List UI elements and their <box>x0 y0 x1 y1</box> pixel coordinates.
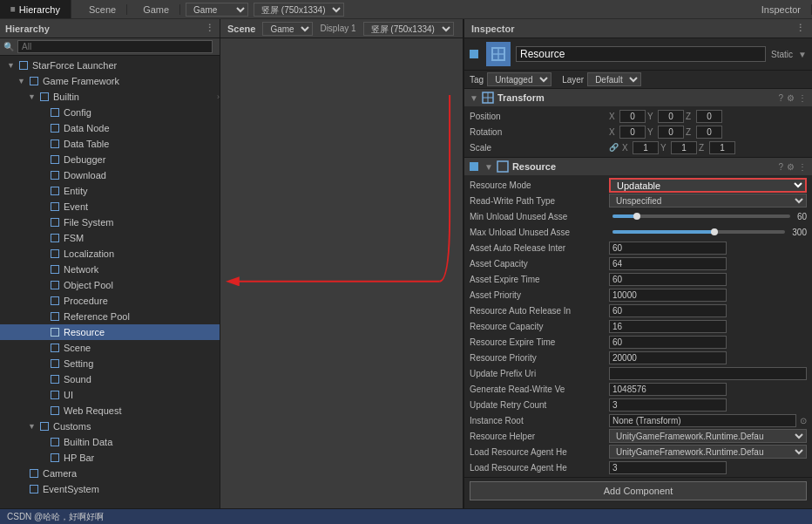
help-icon[interactable]: ? <box>778 93 783 103</box>
generate-readwrite-field[interactable] <box>609 383 727 396</box>
tab-scene[interactable]: Scene <box>78 4 127 15</box>
resource-helper-dropdown[interactable]: UnityGameFramework.Runtime.Defau <box>609 429 807 443</box>
min-unload-label: Min Unload Unused Asse <box>470 212 609 221</box>
tree-item-config[interactable]: Config <box>0 105 220 120</box>
asset-capacity-field[interactable] <box>609 257 727 270</box>
cube-icon <box>28 483 40 495</box>
position-x[interactable] <box>619 110 646 123</box>
resource-capacity-field[interactable] <box>609 320 727 333</box>
resource-mode-dropdown[interactable]: Updatable EditorSimulateMode <box>609 178 807 193</box>
tree-item-builtindata[interactable]: Builtin Data <box>0 434 220 450</box>
tree-item-setting[interactable]: Setting <box>0 356 220 371</box>
scale-z[interactable] <box>709 141 735 154</box>
tree-item-builtin[interactable]: ▼ Builtin › <box>0 89 220 105</box>
tree-item-refpool[interactable]: Reference Pool <box>0 309 220 324</box>
readwrite-pathtype-value: Unspecified <box>609 194 807 208</box>
position-y[interactable] <box>658 110 684 123</box>
tree-item-starforce[interactable]: ▼ StarForce Launcher <box>0 58 220 73</box>
display-label: Display 1 <box>320 24 355 33</box>
tree-item-eventsystem[interactable]: EventSystem <box>0 481 220 497</box>
resource-menu-icon[interactable]: ⋮ <box>798 162 807 172</box>
resource-expire-field[interactable] <box>609 336 727 349</box>
tree-item-datanode[interactable]: Data Node <box>0 120 220 136</box>
position-label: Position <box>470 112 609 121</box>
tree-item-ui[interactable]: UI <box>0 387 220 403</box>
scene-view-dropdown[interactable]: Game <box>262 22 313 36</box>
tab-inspector[interactable]: Inspector <box>751 4 812 15</box>
game-display-dropdown[interactable]: Game Display 1 <box>186 3 248 17</box>
inspector-menu-icon[interactable]: ⋮ <box>795 23 805 34</box>
tree-item-filesystem[interactable]: File System <box>0 214 220 230</box>
transform-header[interactable]: ▼ Transform ? ⚙ ⋮ <box>464 89 812 106</box>
transform-title: Transform <box>497 92 775 103</box>
tree-item-camera[interactable]: Camera <box>0 466 220 481</box>
instance-root-pick-icon[interactable]: ⊙ <box>800 416 807 425</box>
tree-item-datatable[interactable]: Data Table <box>0 136 220 152</box>
tree-item-objectpool[interactable]: Object Pool <box>0 277 220 293</box>
resource-settings-icon[interactable]: ⚙ <box>787 162 795 172</box>
tree-item-sound[interactable]: Sound <box>0 371 220 387</box>
prop-resource-auto-release: Resource Auto Release In <box>464 303 812 318</box>
menu-icon[interactable]: ⋮ <box>798 93 807 103</box>
tree-item-debugger[interactable]: Debugger <box>0 152 220 167</box>
max-unload-slider[interactable] <box>612 230 785 234</box>
cube-icon <box>49 248 61 260</box>
resource-comp-header[interactable]: ▼ Resource ? ⚙ ⋮ <box>464 158 812 175</box>
asset-expire-field[interactable] <box>609 273 727 286</box>
asset-priority-field[interactable] <box>609 289 727 302</box>
tab-game[interactable]: Game <box>132 4 180 15</box>
rotation-x[interactable] <box>619 126 646 139</box>
update-retry-field[interactable] <box>609 398 727 412</box>
cube-icon <box>49 106 61 119</box>
scale-x[interactable] <box>633 141 659 154</box>
obj-name-field[interactable] <box>516 46 766 62</box>
tree-item-localization[interactable]: Localization <box>0 246 220 262</box>
settings-icon[interactable]: ⚙ <box>787 93 795 103</box>
scene-orientation-dropdown[interactable]: 竖屏 (750x1334) <box>363 22 454 36</box>
rotation-z[interactable] <box>696 126 722 139</box>
readwrite-pathtype-dropdown[interactable]: Unspecified <box>609 194 807 208</box>
asset-priority-value <box>609 289 807 302</box>
watermark-text: CSDN @哈哈，好啊好啊 <box>7 511 104 523</box>
tree-item-network[interactable]: Network <box>0 262 220 277</box>
tab-hierarchy[interactable]: ≡ Hierarchy <box>0 0 71 18</box>
asset-auto-release-field[interactable] <box>609 242 727 255</box>
tree-item-entity[interactable]: Entity <box>0 183 220 199</box>
tree-item-customs[interactable]: ▼ Customs <box>0 419 220 434</box>
cube-icon <box>28 467 40 480</box>
orientation-dropdown[interactable]: 竖屏 (750x1334) <box>254 3 344 17</box>
tree-item-gameframework[interactable]: ▼ Game Framework <box>0 73 220 89</box>
position-z[interactable] <box>696 110 722 123</box>
resource-priority-field[interactable] <box>609 351 727 364</box>
tree-item-procedure[interactable]: Procedure <box>0 293 220 309</box>
instance-root-field[interactable] <box>609 414 796 427</box>
tree-item-resource[interactable]: Resource <box>0 324 220 340</box>
update-prefix-uri-field[interactable] <box>609 367 807 380</box>
tag-dropdown[interactable]: Untagged <box>487 72 551 86</box>
obj-enable-checkbox[interactable] <box>470 50 478 58</box>
scale-y[interactable] <box>671 141 697 154</box>
layer-label: Layer <box>562 75 584 85</box>
prop-rotation: Rotation X Y Z <box>464 124 812 140</box>
min-unload-slider[interactable] <box>612 214 790 218</box>
load-resource-helper-1-dropdown[interactable]: UnityGameFramework.Runtime.Defau <box>609 445 807 459</box>
resource-help-icon[interactable]: ? <box>778 162 783 172</box>
hierarchy-menu-icon[interactable]: ⋮ <box>205 23 214 34</box>
static-dropdown-icon[interactable]: ▼ <box>798 50 807 59</box>
tree-item-fsm[interactable]: FSM <box>0 230 220 246</box>
tree-item-scene[interactable]: Scene <box>0 340 220 356</box>
rotation-y[interactable] <box>658 126 684 139</box>
tree-item-webrequest[interactable]: Web Request <box>0 403 220 419</box>
tree-item-hpbar[interactable]: HP Bar <box>0 450 220 466</box>
prop-position: Position X Y Z <box>464 108 812 124</box>
resource-auto-release-field[interactable] <box>609 304 727 317</box>
tree-item-download[interactable]: Download <box>0 167 220 183</box>
load-resource-helper-2-field[interactable] <box>609 461 727 474</box>
add-component-button[interactable]: Add Component <box>470 481 807 500</box>
layer-dropdown[interactable]: Default <box>587 72 641 86</box>
search-input[interactable] <box>17 40 213 53</box>
tree-item-event[interactable]: Event <box>0 199 220 214</box>
resource-enable-checkbox[interactable] <box>470 162 478 171</box>
inspector-content: Static ▼ Tag Untagged Layer Default ▼ <box>464 38 812 508</box>
cube-icon <box>49 201 61 213</box>
